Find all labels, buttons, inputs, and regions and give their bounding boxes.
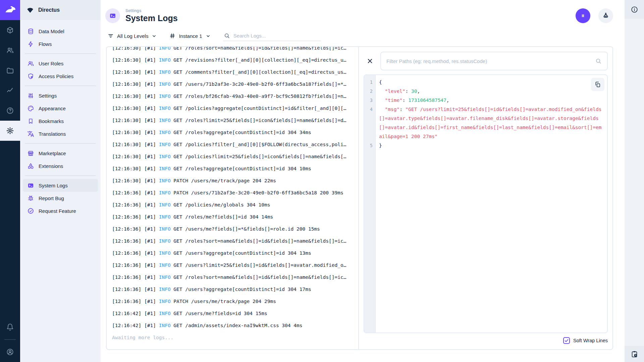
log-timestamp: [12:16:36] [#1] <box>112 250 159 256</box>
awaiting-logs-text: Awaiting more logs... <box>112 331 353 344</box>
log-row[interactable]: [12:16:36] [#1] INFO PATCH /users/71b2af… <box>112 187 353 199</box>
filter-paths-input[interactable] <box>386 58 592 64</box>
sidebar-item-data-model[interactable]: Data Model <box>23 25 98 38</box>
log-message: GET /policies/me/globals 304 10ms <box>171 202 270 207</box>
log-level: INFO <box>159 118 171 123</box>
log-timestamp: [12:16:30] [#1] <box>112 154 159 159</box>
sidebar-item-extensions[interactable]: Extensions <box>23 160 98 172</box>
log-row[interactable]: [12:16:30] [#1] INFO GET /roles?aggregat… <box>112 126 353 138</box>
module-button-files-module[interactable] <box>0 60 20 80</box>
log-message: GET /users?aggregate[countDistinct]=id 3… <box>171 287 311 292</box>
log-row[interactable]: [12:16:36] [#1] INFO GET /policies/me/gl… <box>112 199 353 211</box>
soft-wrap-checkbox[interactable] <box>563 337 570 344</box>
instance-label: Instance 1 <box>179 33 202 39</box>
log-row[interactable]: [12:16:30] [#1] INFO GET /roles/bf26cfab… <box>112 90 353 102</box>
sidebar-item-label: Access Policies <box>39 73 73 79</box>
breadcrumb[interactable]: Settings <box>125 8 178 13</box>
log-row[interactable]: [12:16:30] [#1] INFO GET /roles?aggregat… <box>112 163 353 175</box>
log-row[interactable]: [12:16:36] [#1] INFO PATCH /users/me/tra… <box>112 295 353 307</box>
log-row[interactable]: [12:16:36] [#1] INFO GET /roles?sort=nam… <box>112 235 353 247</box>
chevron-down-icon <box>205 33 211 39</box>
log-level-dropdown[interactable]: All Log Levels <box>107 33 157 39</box>
log-level: INFO <box>159 142 171 147</box>
info-rail <box>625 0 644 362</box>
log-stream[interactable]: [12:16:30] [#1] INFO GET /roles?sort=nam… <box>107 47 358 349</box>
shield-lock-icon <box>27 73 34 80</box>
log-timestamp: [12:16:30] [#1] <box>112 106 159 111</box>
log-row[interactable]: [12:16:30] [#1] INFO GET /policies?filte… <box>112 138 353 150</box>
module-button-content-module[interactable] <box>0 20 20 40</box>
module-button-docs-module[interactable] <box>0 101 20 121</box>
account-button[interactable] <box>0 342 20 362</box>
log-row[interactable]: [12:16:36] [#1] INFO GET /roles/me?field… <box>112 211 353 223</box>
log-row[interactable]: [12:16:36] [#1] INFO GET /users?aggregat… <box>112 247 353 259</box>
sidebar-item-appearance[interactable]: Appearance <box>23 102 98 115</box>
sidebar-item-settings[interactable]: Settings <box>23 89 98 102</box>
log-level-label: All Log Levels <box>117 33 148 39</box>
log-row[interactable]: [12:16:36] [#1] INFO GET /users?limit=25… <box>112 259 353 271</box>
sidebar-item-label: User Roles <box>39 61 63 66</box>
log-row[interactable]: [12:16:30] [#1] INFO GET /comments?filte… <box>112 66 353 78</box>
pause-logs-button[interactable] <box>576 8 590 23</box>
log-level: INFO <box>159 166 171 171</box>
log-level: INFO <box>159 299 171 304</box>
clear-logs-button[interactable] <box>598 8 613 23</box>
log-level: INFO <box>159 106 171 111</box>
sidebar-item-user-roles[interactable]: User Roles <box>23 57 98 70</box>
log-detail-panel: 1{2 "level": 30,3 "time": 1731064587547,… <box>359 47 612 349</box>
sidebar-item-system-logs[interactable]: System Logs <box>23 179 98 192</box>
sidebar-item-flows[interactable]: Flows <box>23 38 98 50</box>
log-message: GET /roles?sort=name&fields[]=id&fields[… <box>171 238 346 244</box>
info-icon <box>631 6 638 13</box>
directus-logo[interactable] <box>0 0 20 20</box>
sidebar-item-report-bug[interactable]: Report Bug <box>23 192 98 204</box>
log-message: GET /users/me?fields[]=*&fields[]=role.i… <box>171 226 320 232</box>
module-button-users-module[interactable] <box>0 40 20 60</box>
project-fan-icon <box>26 6 34 14</box>
log-row[interactable]: [12:16:30] [#1] INFO GET /revisions?filt… <box>112 54 353 66</box>
sidebar-item-bookmarks[interactable]: Bookmarks <box>23 115 98 127</box>
json-viewer[interactable]: 1{2 "level": 30,3 "time": 1731064587547,… <box>364 74 608 333</box>
log-row[interactable]: [12:16:36] [#1] INFO GET /users?aggregat… <box>112 283 353 295</box>
code-line-content: "msg": "GET /users?limit=25&fields[]=id&… <box>376 105 603 141</box>
sidebar-item-request-feature[interactable]: Request Feature <box>23 204 98 217</box>
log-level: INFO <box>159 154 171 159</box>
log-row[interactable]: [12:16:36] [#1] INFO GET /roles?sort=nam… <box>112 271 353 283</box>
log-row[interactable]: [12:16:30] [#1] INFO GET /roles?limit=25… <box>112 114 353 126</box>
project-header[interactable]: Directus <box>20 0 101 20</box>
detail-toolbar <box>364 52 608 70</box>
activity-sidebar-button[interactable] <box>625 346 644 362</box>
log-timestamp: [12:16:42] [#1] <box>112 311 159 316</box>
log-row[interactable]: [12:16:42] [#1] INFO GET /users/me?field… <box>112 307 353 319</box>
soft-wrap-row: Soft Wrap Lines <box>364 335 608 347</box>
tune-icon <box>27 92 34 99</box>
log-rows: [12:16:30] [#1] INFO GET /roles?sort=nam… <box>112 47 353 331</box>
copy-json-button[interactable] <box>591 78 604 91</box>
log-row[interactable]: [12:16:30] [#1] INFO GET /policies?limit… <box>112 150 353 163</box>
sidebar-item-marketplace[interactable]: Marketplace <box>23 147 98 160</box>
notifications-button[interactable] <box>0 317 20 337</box>
log-message: PATCH /users/me/track/page 204 22ms <box>171 178 276 183</box>
log-level: INFO <box>159 130 171 135</box>
search-logs-input[interactable] <box>233 33 320 39</box>
close-detail-button[interactable] <box>364 55 376 67</box>
log-row[interactable]: [12:16:30] [#1] INFO GET /users/71b2af3e… <box>112 78 353 90</box>
log-row[interactable]: [12:16:42] [#1] INFO GET /admin/assets/i… <box>112 319 353 331</box>
instance-dropdown[interactable]: Instance 1 <box>169 33 211 39</box>
log-row[interactable]: [12:16:30] [#1] INFO GET /policies?aggre… <box>112 102 353 114</box>
code-line: 1{ <box>364 78 603 87</box>
info-sidebar-button[interactable] <box>625 0 644 19</box>
log-row[interactable]: [12:16:36] [#1] INFO GET /users/me?field… <box>112 223 353 235</box>
logs-card: [12:16:30] [#1] INFO GET /roles?sort=nam… <box>106 46 613 350</box>
module-button-settings-module[interactable] <box>0 121 20 141</box>
sidebar-item-translations[interactable]: Translations <box>23 127 98 140</box>
log-message: GET /roles/me?fields[]=id 304 14ms <box>171 214 273 220</box>
sidebar-item-access-policies[interactable]: Access Policies <box>23 70 98 82</box>
copy-icon <box>594 81 601 88</box>
log-row[interactable]: [12:16:30] [#1] INFO GET /roles?sort=nam… <box>112 47 353 54</box>
log-row[interactable]: [12:16:30] [#1] INFO PATCH /users/me/tra… <box>112 175 353 187</box>
log-message: PATCH /users/me/track/page 204 29ms <box>171 299 276 304</box>
palette-icon <box>27 105 34 112</box>
module-button-insights-module[interactable] <box>0 80 20 101</box>
hash-icon <box>169 33 176 39</box>
